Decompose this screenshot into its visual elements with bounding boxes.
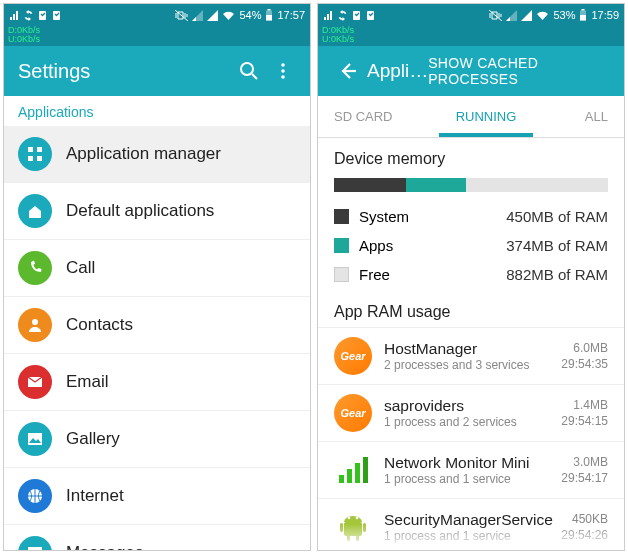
list-item-gallery[interactable]: Gallery bbox=[4, 410, 310, 467]
list-item-label: Default applications bbox=[66, 201, 214, 221]
clock: 17:59 bbox=[591, 9, 619, 21]
app-name: saproviders bbox=[384, 397, 561, 415]
droid-icon bbox=[334, 508, 372, 546]
app-row[interactable]: GearHostManager2 processes and 3 service… bbox=[318, 327, 624, 384]
list-item-label: Gallery bbox=[66, 429, 120, 449]
net-speed-overlay: D:0Kb/s U:0Kb/s bbox=[4, 26, 310, 46]
signal-1-icon bbox=[506, 10, 517, 21]
svg-rect-15 bbox=[28, 433, 42, 445]
svg-point-6 bbox=[281, 63, 285, 67]
signal-icon bbox=[9, 10, 20, 21]
app-sub: 1 process and 2 services bbox=[384, 415, 561, 429]
legend-swatch bbox=[334, 267, 349, 282]
list-item-contacts[interactable]: Contacts bbox=[4, 296, 310, 353]
svg-rect-33 bbox=[363, 523, 366, 532]
app-time: 29:54:17 bbox=[561, 470, 608, 486]
memory-segment bbox=[334, 178, 406, 192]
signal-2-icon bbox=[207, 10, 218, 21]
tab-running[interactable]: RUNNING bbox=[408, 97, 564, 136]
legend-name: Free bbox=[359, 266, 506, 283]
app-name: SecurityManagerService bbox=[384, 511, 561, 529]
svg-point-8 bbox=[281, 75, 285, 79]
right-phone: 53% 17:59 D:0Kb/s U:0Kb/s Appli… SHOW CA… bbox=[317, 3, 625, 551]
svg-rect-35 bbox=[356, 535, 359, 541]
clipboard-icon bbox=[351, 10, 362, 21]
list-item-messages[interactable]: Messages bbox=[4, 524, 310, 550]
list-item-internet[interactable]: Internet bbox=[4, 467, 310, 524]
device-memory-header: Device memory bbox=[318, 138, 624, 174]
page-title: Appli… bbox=[367, 60, 428, 82]
list-item-email[interactable]: Email bbox=[4, 353, 310, 410]
battery-icon bbox=[265, 9, 273, 21]
svg-rect-29 bbox=[344, 522, 362, 536]
app-size: 1.4MB bbox=[561, 397, 608, 413]
legend-name: System bbox=[359, 208, 506, 225]
app-time: 29:54:26 bbox=[561, 527, 608, 543]
message-icon bbox=[18, 536, 52, 550]
phone-icon bbox=[18, 251, 52, 285]
net-speed-overlay: D:0Kb/s U:0Kb/s bbox=[318, 26, 624, 46]
tab-sdcard[interactable]: SD CARD bbox=[318, 97, 408, 136]
person-icon bbox=[18, 308, 52, 342]
settings-list: Application managerDefault applicationsC… bbox=[4, 126, 310, 550]
action-bar: Settings bbox=[4, 46, 310, 96]
svg-point-31 bbox=[356, 517, 359, 520]
svg-rect-34 bbox=[347, 535, 350, 541]
clipboard-icon bbox=[37, 10, 48, 21]
mail-icon bbox=[18, 365, 52, 399]
svg-rect-10 bbox=[37, 147, 42, 152]
search-icon[interactable] bbox=[232, 61, 266, 81]
show-cached-button[interactable]: SHOW CACHED PROCESSES bbox=[428, 55, 614, 87]
app-row[interactable]: SecurityManagerService1 process and 1 se… bbox=[318, 498, 624, 550]
clipboard-2-icon bbox=[51, 10, 62, 21]
app-row[interactable]: Network Monitor Mini1 process and 1 serv… bbox=[318, 441, 624, 498]
svg-rect-28 bbox=[363, 457, 368, 483]
clipboard-2-icon bbox=[365, 10, 376, 21]
vibrate-icon bbox=[489, 10, 502, 21]
app-size: 450KB bbox=[561, 511, 608, 527]
svg-rect-11 bbox=[28, 156, 33, 161]
home-icon bbox=[18, 194, 52, 228]
list-item-default-apps[interactable]: Default applications bbox=[4, 182, 310, 239]
back-icon[interactable] bbox=[332, 60, 363, 82]
list-item-app-manager[interactable]: Application manager bbox=[4, 126, 310, 182]
legend-value: 450MB of RAM bbox=[506, 208, 608, 225]
app-row[interactable]: Gearsaproviders1 process and 2 services1… bbox=[318, 384, 624, 441]
memory-legend: System450MB of RAMApps374MB of RAMFree88… bbox=[318, 202, 624, 289]
bars-icon bbox=[334, 451, 372, 489]
signal-2-icon bbox=[521, 10, 532, 21]
wifi-icon bbox=[222, 10, 235, 21]
wifi-icon bbox=[536, 10, 549, 21]
legend-row: Free882MB of RAM bbox=[334, 260, 608, 289]
legend-value: 374MB of RAM bbox=[506, 237, 608, 254]
gear-icon: Gear bbox=[334, 394, 372, 432]
svg-rect-32 bbox=[340, 523, 343, 532]
app-time: 29:54:35 bbox=[561, 356, 608, 372]
list-item-call[interactable]: Call bbox=[4, 239, 310, 296]
app-time: 29:54:15 bbox=[561, 413, 608, 429]
sync-icon bbox=[337, 10, 348, 21]
app-ram-header: App RAM usage bbox=[318, 289, 624, 327]
signal-1-icon bbox=[192, 10, 203, 21]
memory-segment bbox=[466, 178, 608, 192]
battery-icon bbox=[579, 9, 587, 21]
app-sub: 2 processes and 3 services bbox=[384, 358, 561, 372]
svg-rect-9 bbox=[28, 147, 33, 152]
signal-icon bbox=[323, 10, 334, 21]
tab-all[interactable]: ALL bbox=[564, 97, 624, 136]
legend-value: 882MB of RAM bbox=[506, 266, 608, 283]
grid-icon bbox=[18, 137, 52, 171]
list-item-label: Call bbox=[66, 258, 95, 278]
action-bar: Appli… SHOW CACHED PROCESSES bbox=[318, 46, 624, 96]
svg-rect-4 bbox=[268, 9, 271, 11]
app-size: 6.0MB bbox=[561, 340, 608, 356]
overflow-menu-icon[interactable] bbox=[266, 61, 300, 81]
battery-pct: 54% bbox=[239, 9, 261, 21]
svg-rect-12 bbox=[37, 156, 42, 161]
memory-bar bbox=[334, 178, 608, 192]
section-header: Applications bbox=[4, 96, 310, 126]
app-sub: 1 process and 1 service bbox=[384, 472, 561, 486]
clock: 17:57 bbox=[277, 9, 305, 21]
sync-icon bbox=[23, 10, 34, 21]
battery-pct: 53% bbox=[553, 9, 575, 21]
